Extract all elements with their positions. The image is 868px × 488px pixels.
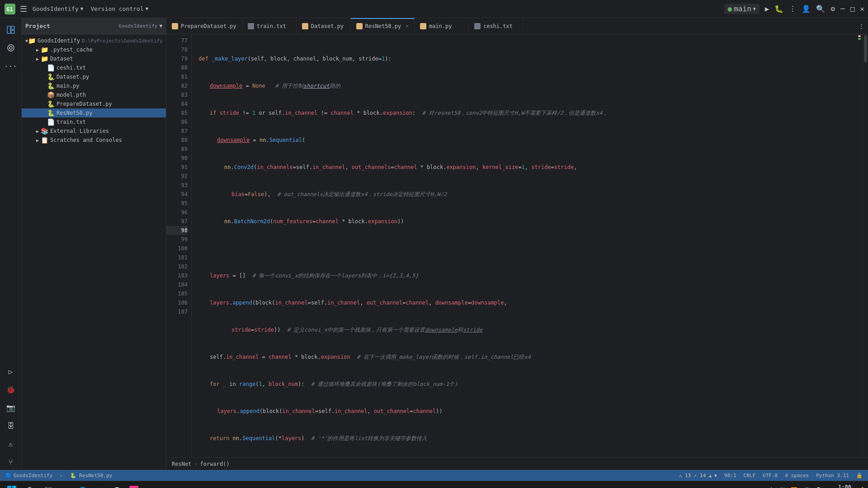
taskbar-time[interactable]: 1:00 bbox=[838, 484, 851, 488]
run-config[interactable]: ● main ▼ bbox=[724, 4, 760, 14]
taskbar-ime-cn[interactable]: 中 bbox=[769, 486, 774, 488]
status-arrow: › bbox=[60, 473, 63, 479]
editor-area: PrepareDataset.py train.txt Dataset.py R… bbox=[166, 18, 868, 470]
editor-gutter bbox=[856, 34, 863, 457]
search-icon[interactable]: 🔍 bbox=[816, 5, 825, 13]
tree-pytest-cache[interactable]: ▶ 📁 .pytest_cache bbox=[22, 45, 166, 54]
taskbar-browser[interactable]: 🌐 bbox=[74, 482, 90, 488]
taskbar-jetbrains[interactable]: G1 bbox=[126, 482, 142, 488]
tree-resnet50-py[interactable]: 🐍 ResNet50.py bbox=[22, 108, 166, 117]
taskbar-search[interactable]: 🔍 bbox=[23, 482, 39, 488]
app-logo: G1 bbox=[4, 3, 16, 15]
status-lang[interactable]: Python 3.11 bbox=[816, 473, 849, 479]
status-bar: 🔵 GoodsIdentify › 🐍 ResNet50.py ⚠ 13 ✓ 1… bbox=[0, 470, 868, 481]
code-editor[interactable]: 7778798081 8283848586 8788899091 9293949… bbox=[166, 34, 868, 457]
tab-dataset[interactable]: Dataset.py bbox=[297, 18, 351, 34]
editor-scrollbar[interactable] bbox=[863, 34, 868, 457]
tree-dataset-py[interactable]: 🐍 Dataset.py bbox=[22, 72, 166, 81]
svg-rect-11 bbox=[129, 486, 138, 488]
status-warnings: ⚠ 13 ✓ 14 ▲ ▼ bbox=[679, 473, 717, 479]
sidebar-icon-debug[interactable]: 🐞 bbox=[3, 381, 19, 398]
project-panel: Project GoodsIdentify ▼ ▼ 📁 GoodsIdentif… bbox=[22, 18, 166, 470]
sidebar-icon-db[interactable]: 🗄 bbox=[3, 418, 19, 434]
minimize-button[interactable]: ─ bbox=[840, 5, 845, 13]
left-sidebar-icons: ··· ▷ 🐞 📷 🗄 ⚠ ⑂ bbox=[0, 18, 22, 470]
taskbar-explorer[interactable]: 📁 bbox=[91, 482, 108, 488]
status-indent[interactable]: 4 spaces bbox=[785, 473, 809, 479]
tab-train[interactable]: train.txt bbox=[242, 18, 297, 34]
status-lock: 🔒 bbox=[856, 473, 863, 479]
breadcrumb-forward[interactable]: forward() bbox=[200, 461, 230, 467]
sidebar-icon-profiler[interactable]: 📷 bbox=[3, 399, 19, 416]
project-header: Project GoodsIdentify ▼ bbox=[22, 18, 166, 34]
breadcrumb-sep: › bbox=[194, 461, 197, 467]
tab-ceshi[interactable]: ceshi.txt bbox=[469, 18, 523, 34]
svg-text:G1: G1 bbox=[6, 6, 13, 13]
breadcrumb-resnet[interactable]: ResNet bbox=[172, 461, 191, 467]
maximize-button[interactable]: □ bbox=[850, 5, 855, 13]
taskbar-notification[interactable]: 🔔 bbox=[859, 487, 866, 488]
status-eol[interactable]: CRLF bbox=[744, 473, 756, 479]
taskbar: 🔍 ⬛ 💻 🌐 📁 💬 G1 中 拼 📶 🔊 🔋 1:00 2024/7/6 🔔 bbox=[0, 481, 868, 488]
hamburger-icon[interactable]: ☰ bbox=[20, 4, 27, 14]
titlebar: G1 ☰ GoodsIdentify ▼ Version control ▼ ●… bbox=[0, 0, 868, 18]
project-tree: ▼ 📁 GoodsIdentify D:\PyProjects\GoodsIde… bbox=[22, 34, 166, 470]
taskbar-vscode[interactable]: 💻 bbox=[57, 482, 73, 488]
tree-model-pth[interactable]: 📦 model.pth bbox=[22, 90, 166, 99]
tab-close-resnet50[interactable]: ✕ bbox=[406, 23, 409, 29]
svg-rect-4 bbox=[11, 30, 14, 33]
svg-rect-2 bbox=[7, 26, 10, 33]
taskbar-terminal[interactable]: ⬛ bbox=[40, 482, 56, 488]
title-actions: ● main ▼ ▶ 🐛 ⋮ 👤 🔍 ⚙ ─ □ ✕ bbox=[724, 4, 864, 14]
run-button[interactable]: ▶ bbox=[765, 5, 769, 13]
start-button[interactable] bbox=[2, 482, 22, 488]
tree-main-py[interactable]: 🐍 main.py bbox=[22, 81, 166, 90]
taskbar-ime-mode[interactable]: 拼 bbox=[780, 486, 785, 488]
tab-more[interactable]: ⋮ bbox=[855, 23, 868, 29]
tree-scratches[interactable]: ▶ 📋 Scratches and Consoles bbox=[22, 136, 166, 145]
status-line[interactable]: 98:1 bbox=[724, 473, 736, 479]
svg-rect-3 bbox=[11, 26, 14, 29]
status-encoding[interactable]: UTF-8 bbox=[763, 473, 778, 479]
close-button[interactable]: ✕ bbox=[860, 5, 864, 13]
vcs-label[interactable]: Version control bbox=[90, 5, 143, 12]
tree-train-txt[interactable]: 📄 train.txt bbox=[22, 117, 166, 127]
sidebar-icon-project[interactable] bbox=[3, 22, 19, 38]
tree-prepare-py[interactable]: 🐍 PrepareDataset.py bbox=[22, 99, 166, 108]
status-file: 🐍 ResNet50.py bbox=[70, 473, 112, 479]
more-button[interactable]: ⋮ bbox=[789, 5, 796, 13]
svg-rect-8 bbox=[12, 486, 16, 488]
sidebar-icon-git[interactable]: ⑂ bbox=[3, 454, 19, 470]
svg-point-6 bbox=[9, 47, 12, 49]
svg-rect-7 bbox=[7, 486, 11, 488]
tab-resnet50[interactable]: ResNet50.py ✕ bbox=[351, 18, 415, 34]
editor-tabs: PrepareDataset.py train.txt Dataset.py R… bbox=[166, 18, 868, 34]
tree-ceshi-txt[interactable]: 📄 ceshi.txt bbox=[22, 63, 166, 72]
tab-preparedataset[interactable]: PrepareDataset.py bbox=[166, 18, 242, 34]
sidebar-icon-more[interactable]: ··· bbox=[3, 58, 19, 74]
debug-button[interactable]: 🐛 bbox=[774, 5, 783, 13]
tree-external-libs[interactable]: ▶ 📚 External Libraries bbox=[22, 127, 166, 136]
tree-dataset-folder[interactable]: ▶ 📁 Dataset bbox=[22, 54, 166, 63]
profile-icon[interactable]: 👤 bbox=[802, 5, 811, 13]
project-dropdown[interactable]: ▼ bbox=[159, 23, 162, 29]
status-project: 🔵 GoodsIdentify bbox=[5, 473, 52, 479]
project-name[interactable]: GoodsIdentify bbox=[33, 5, 79, 12]
taskbar-mail[interactable]: 💬 bbox=[108, 482, 125, 488]
breadcrumb: ResNet › forward() bbox=[166, 457, 868, 470]
svg-point-5 bbox=[8, 45, 14, 51]
project-panel-title: Project bbox=[25, 23, 117, 29]
line-numbers: 7778798081 8283848586 8788899091 9293949… bbox=[166, 34, 192, 457]
sidebar-icon-run[interactable]: ▷ bbox=[3, 363, 19, 380]
sidebar-icon-terminal[interactable]: ⚠ bbox=[3, 436, 19, 452]
settings-icon[interactable]: ⚙ bbox=[830, 5, 835, 13]
tab-main[interactable]: main.py bbox=[415, 18, 469, 34]
main-area: ··· ▷ 🐞 📷 🗄 ⚠ ⑂ Project GoodsIdentify ▼ … bbox=[0, 18, 868, 470]
warning-marker bbox=[858, 35, 861, 37]
code-content[interactable]: def _make_layer(self, block, channel, bl… bbox=[192, 34, 856, 457]
sidebar-icon-vcs[interactable] bbox=[3, 40, 19, 56]
scrollbar-thumb[interactable] bbox=[864, 35, 867, 62]
tree-root[interactable]: ▼ 📁 GoodsIdentify D:\PyProjects\GoodsIde… bbox=[22, 36, 166, 45]
ok-marker bbox=[858, 38, 861, 40]
